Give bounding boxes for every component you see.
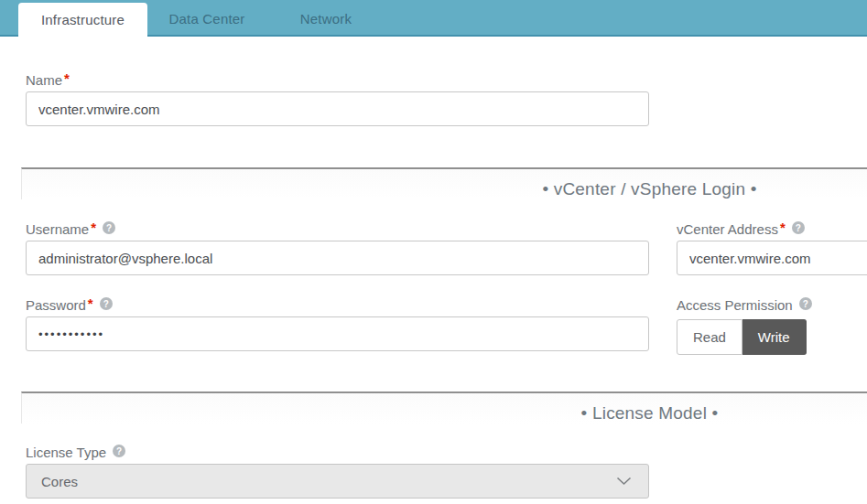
access-permission-label-text: Access Permission [677,297,793,313]
name-input[interactable] [26,91,649,126]
help-icon[interactable]: ? [799,297,812,310]
password-label: Password * ? [26,296,649,313]
vcenter-address-label: vCenter Address * ? [677,220,867,237]
required-asterisk: * [88,295,93,311]
name-label-text: Name [26,72,62,88]
read-toggle-button[interactable]: Read [677,319,742,355]
help-icon[interactable]: ? [103,221,115,234]
license-type-field: License Type ? Cores [26,444,649,499]
license-model-section: • License Model • License Type ? Cores [21,391,867,499]
tab-bar: Infrastructure Data Center Network [0,0,867,37]
required-asterisk: * [91,220,96,235]
password-field: Password * ? [26,296,649,355]
username-label: Username * ? [26,220,649,237]
license-type-select[interactable]: Cores [26,464,649,499]
tab-infrastructure[interactable]: Infrastructure [18,3,147,37]
vcenter-address-label-text: vCenter Address [677,221,778,237]
tab-network[interactable]: Network [266,0,385,37]
required-asterisk: * [64,70,70,86]
password-label-text: Password [26,297,86,313]
license-type-selected-value: Cores [41,474,78,489]
vcenter-address-field: vCenter Address * ? [677,220,867,275]
license-type-label-text: License Type [26,445,106,460]
password-input[interactable] [26,316,649,351]
help-icon[interactable]: ? [792,221,805,234]
required-asterisk: * [780,220,786,235]
vcenter-login-section-title: • vCenter / vSphere Login • [21,167,867,199]
name-label: Name * [26,71,649,88]
chevron-down-icon [616,477,632,486]
username-field: Username * ? [26,220,649,275]
username-label-text: Username [26,221,89,237]
access-permission-label: Access Permission ? [677,296,867,313]
write-toggle-button[interactable]: Write [742,319,807,355]
vcenter-address-input[interactable] [677,241,867,275]
vcenter-login-section: • vCenter / vSphere Login • Username * ?… [21,167,867,355]
help-icon[interactable]: ? [113,445,125,457]
access-permission-toggle: Read Write [677,319,807,355]
license-model-section-title: • License Model • [21,391,867,424]
tab-data-center[interactable]: Data Center [147,0,266,37]
access-permission-field: Access Permission ? Read Write [677,296,867,355]
help-icon[interactable]: ? [100,297,113,310]
name-field: Name * [26,71,649,126]
license-type-label: License Type ? [26,444,649,460]
username-input[interactable] [26,241,649,275]
